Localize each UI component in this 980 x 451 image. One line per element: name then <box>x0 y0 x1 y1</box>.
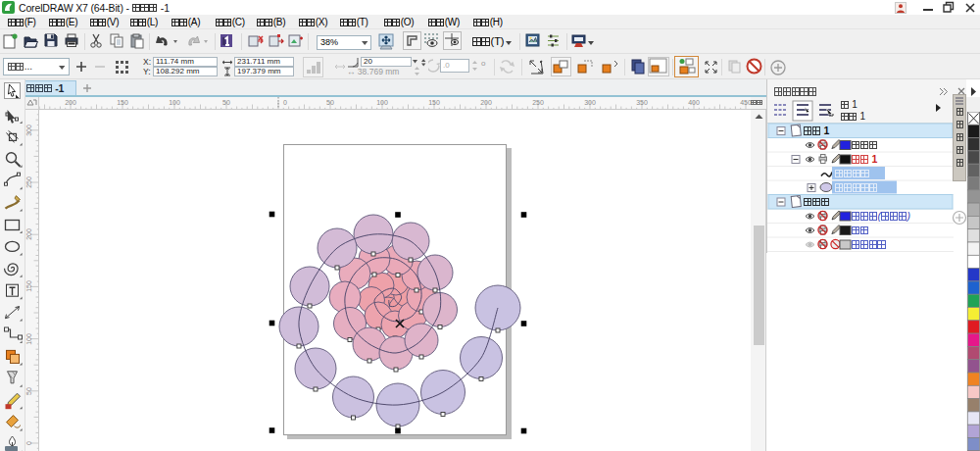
svg-text:400: 400 <box>688 99 700 106</box>
svg-text:450: 450 <box>740 99 751 106</box>
svg-text:250: 250 <box>532 99 544 106</box>
svg-text:100: 100 <box>376 99 388 106</box>
svg-text:100: 100 <box>169 99 180 106</box>
svg-text:200: 200 <box>480 99 492 106</box>
svg-text:150: 150 <box>428 99 440 106</box>
svg-text:200: 200 <box>65 99 76 106</box>
svg-text:300: 300 <box>584 99 596 106</box>
svg-text:150: 150 <box>117 99 128 106</box>
svg-text:350: 350 <box>636 99 648 106</box>
svg-text:50: 50 <box>326 99 334 106</box>
svg-text:0: 0 <box>283 99 287 106</box>
svg-text:50: 50 <box>222 99 230 106</box>
